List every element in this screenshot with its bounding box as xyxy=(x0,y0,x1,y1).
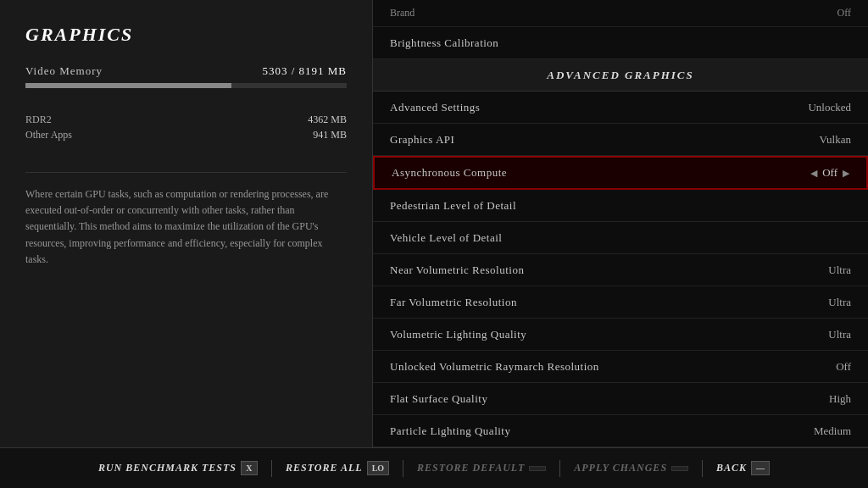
volumetric-lighting-label: Volumetric Lighting Quality xyxy=(390,328,526,341)
restore-all-button[interactable]: Restore All LO xyxy=(286,461,389,475)
rdr2-value: 4362 MB xyxy=(308,114,347,126)
list-item: RDR2 4362 MB xyxy=(25,114,347,126)
far-volumetric-value: Ultra xyxy=(828,296,851,309)
memory-value: 5303 / 8191 MB xyxy=(262,64,347,78)
separator-3 xyxy=(559,460,560,477)
far-volumetric-label: Far Volumetric Resolution xyxy=(390,296,517,309)
far-volumetric-item[interactable]: Far Volumetric Resolution Ultra xyxy=(373,286,868,319)
separator-4 xyxy=(702,460,703,477)
pedestrian-lod-label: Pedestrian Level of Detail xyxy=(390,199,516,213)
right-arrow-icon: ▶ xyxy=(843,168,849,179)
volumetric-lighting-item[interactable]: Volumetric Lighting Quality Ultra xyxy=(373,319,868,351)
settings-list[interactable]: Brand Off Brightness Calibration Advance… xyxy=(373,0,868,488)
near-volumetric-item[interactable]: Near Volumetric Resolution Ultra xyxy=(373,254,868,286)
separator-1 xyxy=(271,460,272,477)
back-button[interactable]: Back — xyxy=(716,461,770,475)
near-volumetric-value: Ultra xyxy=(828,263,851,277)
advanced-settings-item[interactable]: Advanced Settings Unlocked xyxy=(373,92,868,124)
memory-bar-fill xyxy=(25,83,231,88)
particle-lighting-label: Particle Lighting Quality xyxy=(390,424,510,438)
top-item-label: Brand xyxy=(390,7,415,19)
raymarch-value: Off xyxy=(836,360,851,374)
flat-surface-item[interactable]: Flat Surface Quality High xyxy=(373,383,868,415)
run-benchmark-label: Run Benchmark Tests xyxy=(98,462,236,474)
advanced-graphics-header: Advanced Graphics xyxy=(373,59,868,92)
particle-lighting-value: Medium xyxy=(814,424,851,438)
section-title: Advanced Graphics xyxy=(547,69,694,82)
raymarch-item[interactable]: Unlocked Volumetric Raymarch Resolution … xyxy=(373,351,868,383)
flat-surface-value: High xyxy=(829,392,851,406)
flat-surface-label: Flat Surface Quality xyxy=(390,392,487,406)
memory-label: Video Memory xyxy=(25,64,103,78)
left-arrow-icon: ◀ xyxy=(810,168,817,179)
bottom-bar: Run Benchmark Tests X Restore All LO Res… xyxy=(0,447,868,488)
separator-2 xyxy=(403,460,403,477)
graphics-api-value: Vulkan xyxy=(820,133,852,147)
other-apps-label: Other Apps xyxy=(25,129,72,141)
async-compute-value: ◀ Off ▶ xyxy=(810,166,849,180)
other-apps-value: 941 MB xyxy=(313,129,347,141)
volumetric-lighting-value: Ultra xyxy=(828,328,851,341)
async-compute-label: Asynchronous Compute xyxy=(392,166,507,180)
advanced-settings-value: Unlocked xyxy=(808,101,851,114)
restore-default-key xyxy=(529,466,546,471)
top-item: Brand Off xyxy=(373,0,868,27)
back-label: Back xyxy=(716,462,747,474)
run-benchmark-key: X xyxy=(241,461,258,475)
right-panel: Brand Off Brightness Calibration Advance… xyxy=(373,0,868,488)
graphics-api-label: Graphics API xyxy=(390,133,454,147)
restore-default-label: Restore Default xyxy=(417,462,525,474)
apply-changes-button[interactable]: Apply Changes xyxy=(574,462,688,474)
description-text: Where certain GPU tasks, such as computa… xyxy=(25,186,347,268)
raymarch-label: Unlocked Volumetric Raymarch Resolution xyxy=(390,360,599,374)
brightness-calibration-label: Brightness Calibration xyxy=(390,36,498,50)
memory-section: Video Memory 5303 / 8191 MB xyxy=(25,64,347,100)
run-benchmark-button[interactable]: Run Benchmark Tests X xyxy=(98,461,258,475)
apply-changes-label: Apply Changes xyxy=(574,462,667,474)
apply-changes-key xyxy=(671,466,688,471)
restore-all-key: LO xyxy=(367,461,389,475)
async-compute-item[interactable]: Asynchronous Compute ◀ Off ▶ xyxy=(373,156,868,190)
memory-row: Video Memory 5303 / 8191 MB xyxy=(25,64,347,78)
brightness-calibration-item[interactable]: Brightness Calibration xyxy=(373,27,868,59)
particle-lighting-item[interactable]: Particle Lighting Quality Medium xyxy=(373,415,868,447)
advanced-settings-label: Advanced Settings xyxy=(390,101,480,114)
divider xyxy=(25,172,347,173)
vehicle-lod-label: Vehicle Level of Detail xyxy=(390,231,502,245)
main-container: Graphics Video Memory 5303 / 8191 MB RDR… xyxy=(0,0,868,488)
page-title: Graphics xyxy=(25,24,347,46)
memory-sub-rows: RDR2 4362 MB Other Apps 941 MB xyxy=(25,114,347,141)
near-volumetric-label: Near Volumetric Resolution xyxy=(390,263,524,277)
restore-all-label: Restore All xyxy=(286,462,363,474)
vehicle-lod-item[interactable]: Vehicle Level of Detail xyxy=(373,222,868,254)
back-key: — xyxy=(751,461,770,475)
graphics-api-item[interactable]: Graphics API Vulkan xyxy=(373,124,868,156)
pedestrian-lod-item[interactable]: Pedestrian Level of Detail xyxy=(373,190,868,222)
list-item: Other Apps 941 MB xyxy=(25,129,347,141)
left-panel: Graphics Video Memory 5303 / 8191 MB RDR… xyxy=(0,0,373,488)
memory-bar xyxy=(25,83,347,88)
restore-default-button[interactable]: Restore Default xyxy=(417,462,546,474)
top-item-value: Off xyxy=(837,7,851,19)
rdr2-label: RDR2 xyxy=(25,114,52,126)
